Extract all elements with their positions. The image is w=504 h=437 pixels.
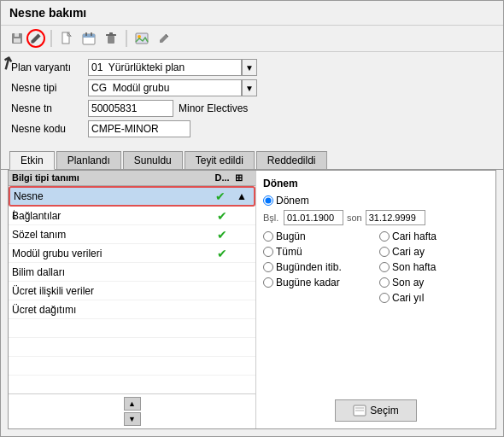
radio-son-ay-label: Son ay [392,277,424,288]
plan-label: Plan varyantı [11,61,88,73]
selection-btn-container: Seçim [263,393,489,422]
list-item-baglantılar-label: Bağlantılar [12,210,209,222]
radio-bugunden-itib-input[interactable] [263,262,273,272]
scroll-down-btn[interactable]: ▼ [124,412,141,426]
list-item-nesne-arrow: ▲ [233,190,250,202]
list-item-ucret-iliskili[interactable]: Ücret ilişkili veriler [9,282,255,300]
tab-bar: Etkin Planlandı Sunuldu Teyit edildi Red… [1,151,503,170]
radio-cari-ay-label: Cari ay [392,246,425,258]
list-item-sozel-tanim-check: ✔ [209,228,235,242]
list-item-ucret-dagitimi-label: Ücret dağıtımı [12,304,209,316]
main-content: Bilgi tipi tanımı D... ⊞ ↓ Nesne ✔ ▲ Bağ… [8,170,496,429]
svg-rect-1 [14,38,21,43]
tab-teyit-edildi[interactable]: Teyit edildi [185,151,255,169]
radio-son-ay[interactable]: Son ay [379,277,489,288]
right-panel-title: Dönem [263,178,489,189]
sekim-button-label: Seçim [370,405,398,417]
list-item-ucret-dagitimi[interactable]: Ücret dağıtımı [9,300,255,319]
radio-tumu-input[interactable] [263,247,273,257]
tn-input[interactable] [88,100,173,117]
radio-son-hafta[interactable]: Son hafta [379,261,489,273]
left-header-grid-icon[interactable]: ⊞ [235,172,252,184]
radio-bugun-label: Bugün [276,230,306,242]
pencil2-icon[interactable] [155,29,173,48]
radio-donem-input[interactable] [263,195,273,206]
code-row: Nesne kodu [11,120,493,137]
trash2-icon[interactable] [102,29,120,48]
left-header: Bilgi tipi tanımı D... ⊞ [9,171,255,186]
list-item-baglantılar[interactable]: Bağlantılar ✔ [9,207,255,225]
code-input[interactable] [88,120,190,137]
radio-bugun-input[interactable] [263,231,273,242]
sekim-icon [353,404,366,417]
scroll-controls: ▲ ▼ [9,393,255,428]
list-item-empty1 [9,319,255,338]
code-label: Nesne kodu [11,123,88,135]
list-item-nesne-label: Nesne [14,190,208,202]
list-item-baglantılar-check: ✔ [209,209,235,223]
tab-reddedildi[interactable]: Reddedildi [256,151,327,169]
radio-cari-yil-input[interactable] [379,293,390,303]
date-bsl-label: Bşl. [263,213,280,223]
list-item-modul[interactable]: Modül grubu verileri ✔ [9,244,255,263]
list-item-bilim[interactable]: Bilim dalları [9,263,255,282]
list-item-modul-label: Modül grubu verileri [12,248,209,259]
radio-bugunden-itib[interactable]: Bugünden itib. [263,261,372,273]
svg-rect-2 [15,33,19,37]
plan-dropdown[interactable]: ▼ [242,59,257,76]
type-dropdown[interactable]: ▼ [242,79,257,96]
main-window: Nesne bakımı ↗ [0,0,504,437]
image2-icon[interactable] [132,29,151,48]
new-doc-icon[interactable] [57,29,76,48]
left-header-col1: Bilgi tipi tanımı [12,172,209,184]
radio-donem[interactable]: Dönem [263,195,489,207]
scroll-up-btn[interactable]: ▲ [124,397,141,411]
calendar2-icon[interactable] [79,29,98,48]
list-item-empty3 [9,357,255,376]
radio-son-hafta-label: Son hafta [392,261,436,273]
radio-bugune-kadar[interactable]: Bugüne kadar [263,277,372,288]
radio-bugune-kadar-label: Bugüne kadar [276,277,340,288]
type-label: Nesne tipi [11,82,88,94]
radio-cari-yil-label: Cari yıl [392,292,424,304]
radio-bugune-kadar-input[interactable] [263,277,273,288]
radio-bugun[interactable]: Bugün [263,230,372,242]
sekim-button[interactable]: Seçim [335,399,416,422]
list-item-sozel-tanim[interactable]: Sözel tanım ✔ [9,225,255,244]
left-header-col2: D... [209,172,235,184]
radio-cari-hafta-input[interactable] [379,231,390,242]
tab-sunuldu[interactable]: Sunuldu [123,151,183,169]
list-item-sozel-tanim-label: Sözel tanım [12,229,209,241]
radio-son-hafta-input[interactable] [379,262,390,272]
tab-planlandi[interactable]: Planlandı [56,151,121,169]
separator1 [50,30,52,47]
tn-extra: Minor Electives [179,102,248,114]
date-row: Bşl. son [263,210,489,225]
type-input[interactable] [88,79,242,96]
list-item-ucret-iliskili-label: Ücret ilişkili veriler [12,285,209,297]
svg-rect-10 [109,32,113,34]
list-item-bilim-label: Bilim dalları [12,266,209,278]
list-arrow-indicator: ↓ [10,205,18,223]
window-title: Nesne bakımı [9,6,86,20]
radio-cari-hafta[interactable]: Cari hafta [379,230,489,242]
title-bar: Nesne bakımı [1,1,503,26]
svg-rect-8 [108,36,114,44]
plan-input[interactable] [88,59,242,76]
radio-tumu[interactable]: Tümü [263,246,372,258]
list-items-container: ↓ Nesne ✔ ▲ Bağlantılar ✔ Sözel tanım ✔ [9,186,255,376]
date-bsl-input[interactable] [284,210,343,225]
save-icon[interactable] [8,29,26,48]
plan-row: Plan varyantı ▼ [11,59,493,76]
toolbar: ↗ [1,26,503,52]
list-item-nesne[interactable]: Nesne ✔ ▲ [9,186,255,207]
radio-cari-ay[interactable]: Cari ay [379,246,489,258]
radio-son-ay-input[interactable] [379,277,390,288]
date-son-input[interactable] [366,210,425,225]
left-panel: Bilgi tipi tanımı D... ⊞ ↓ Nesne ✔ ▲ Bağ… [9,171,256,428]
radio-cari-ay-input[interactable] [379,247,390,257]
svg-rect-5 [83,34,95,38]
tab-etkin[interactable]: Etkin [9,151,55,170]
radio-cari-yil[interactable]: Cari yıl [379,292,489,304]
edit-icon[interactable] [26,29,45,48]
